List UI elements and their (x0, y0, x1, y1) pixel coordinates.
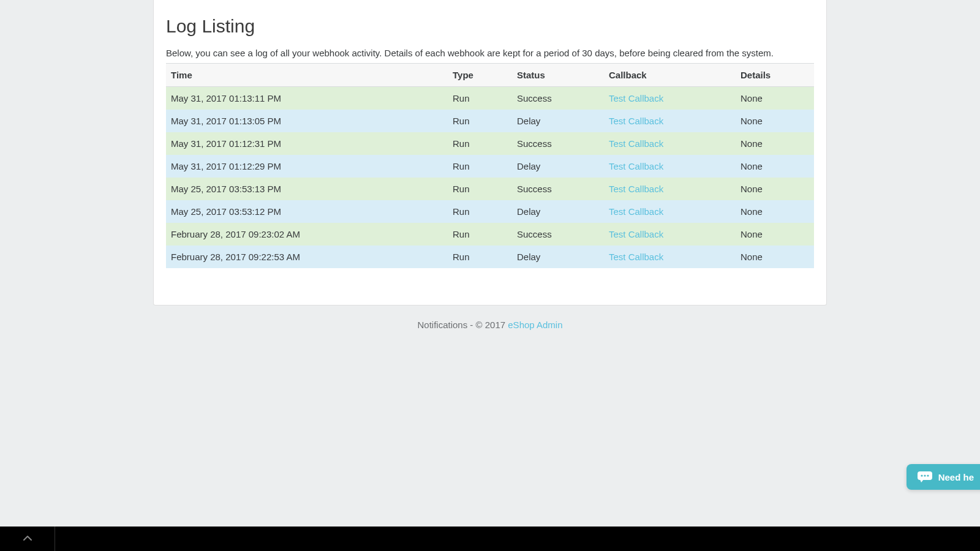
cell-time: May 25, 2017 03:53:12 PM (166, 200, 448, 223)
col-header-status: Status (512, 64, 604, 87)
cell-type: Run (448, 200, 512, 223)
table-row: May 25, 2017 03:53:12 PMRunDelayTest Cal… (166, 200, 814, 223)
table-row: February 28, 2017 09:23:02 AMRunSuccessT… (166, 223, 814, 246)
cell-time: May 25, 2017 03:53:13 PM (166, 178, 448, 200)
cell-callback: Test Callback (604, 200, 736, 223)
cell-callback: Test Callback (604, 87, 736, 110)
test-callback-link[interactable]: Test Callback (609, 229, 663, 239)
cell-status: Delay (512, 110, 604, 132)
cell-type: Run (448, 110, 512, 132)
test-callback-link[interactable]: Test Callback (609, 138, 663, 149)
cell-status: Success (512, 87, 604, 110)
log-card: Log Listing Below, you can see a log of … (153, 0, 827, 305)
table-row: February 28, 2017 09:22:53 AMRunDelayTes… (166, 246, 814, 268)
test-callback-link[interactable]: Test Callback (609, 116, 663, 126)
cell-details: None (736, 223, 814, 246)
cell-status: Success (512, 178, 604, 200)
cell-details: None (736, 87, 814, 110)
card-body: Log Listing Below, you can see a log of … (154, 0, 826, 280)
table-row: May 31, 2017 01:13:05 PMRunDelayTest Cal… (166, 110, 814, 132)
cell-details: None (736, 110, 814, 132)
svg-point-3 (924, 474, 925, 476)
chat-icon (918, 471, 932, 482)
cell-type: Run (448, 132, 512, 155)
footer-text: Notifications - © 2017 (417, 320, 508, 330)
svg-point-4 (927, 474, 929, 476)
footer-link[interactable]: eShop Admin (508, 320, 562, 330)
cell-type: Run (448, 223, 512, 246)
page-description: Below, you can see a log of all your web… (166, 48, 814, 58)
scroll-to-top-button[interactable] (0, 527, 55, 551)
log-table: Time Type Status Callback Details May 31… (166, 63, 814, 268)
cell-time: February 28, 2017 09:23:02 AM (166, 223, 448, 246)
cell-status: Delay (512, 155, 604, 178)
cell-details: None (736, 132, 814, 155)
cell-callback: Test Callback (604, 223, 736, 246)
test-callback-link[interactable]: Test Callback (609, 161, 663, 171)
cell-status: Success (512, 132, 604, 155)
chevron-up-icon (23, 533, 32, 545)
test-callback-link[interactable]: Test Callback (609, 252, 663, 262)
table-row: May 31, 2017 01:13:11 PMRunSuccessTest C… (166, 87, 814, 110)
help-widget[interactable]: Need he (907, 464, 980, 490)
cell-type: Run (448, 155, 512, 178)
page-title: Log Listing (166, 16, 814, 37)
cell-type: Run (448, 87, 512, 110)
cell-details: None (736, 155, 814, 178)
cell-time: May 31, 2017 01:13:11 PM (166, 87, 448, 110)
cell-status: Success (512, 223, 604, 246)
help-label: Need he (938, 472, 974, 482)
svg-point-2 (921, 474, 922, 476)
test-callback-link[interactable]: Test Callback (609, 184, 663, 194)
cell-status: Delay (512, 200, 604, 223)
col-header-details: Details (736, 64, 814, 87)
cell-details: None (736, 246, 814, 268)
table-row: May 31, 2017 01:12:29 PMRunDelayTest Cal… (166, 155, 814, 178)
svg-marker-1 (920, 479, 924, 482)
table-row: May 25, 2017 03:53:13 PMRunSuccessTest C… (166, 178, 814, 200)
cell-callback: Test Callback (604, 178, 736, 200)
cell-callback: Test Callback (604, 246, 736, 268)
cell-status: Delay (512, 246, 604, 268)
test-callback-link[interactable]: Test Callback (609, 93, 663, 103)
table-row: May 31, 2017 01:12:31 PMRunSuccessTest C… (166, 132, 814, 155)
cell-callback: Test Callback (604, 132, 736, 155)
cell-time: May 31, 2017 01:12:29 PM (166, 155, 448, 178)
bottom-bar (0, 527, 980, 551)
col-header-type: Type (448, 64, 512, 87)
cell-details: None (736, 178, 814, 200)
cell-callback: Test Callback (604, 110, 736, 132)
cell-type: Run (448, 178, 512, 200)
cell-time: May 31, 2017 01:12:31 PM (166, 132, 448, 155)
cell-time: May 31, 2017 01:13:05 PM (166, 110, 448, 132)
cell-type: Run (448, 246, 512, 268)
cell-callback: Test Callback (604, 155, 736, 178)
cell-details: None (736, 200, 814, 223)
test-callback-link[interactable]: Test Callback (609, 206, 663, 217)
col-header-callback: Callback (604, 64, 736, 87)
col-header-time: Time (166, 64, 448, 87)
cell-time: February 28, 2017 09:22:53 AM (166, 246, 448, 268)
footer: Notifications - © 2017 eShop Admin (0, 320, 980, 330)
table-header-row: Time Type Status Callback Details (166, 64, 814, 87)
